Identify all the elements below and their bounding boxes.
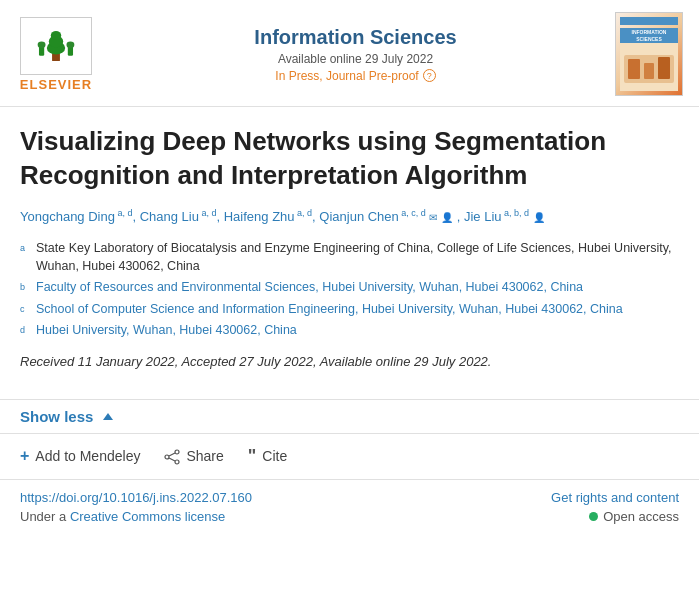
footer-row-1: https://doi.org/10.1016/j.ins.2022.07.16… [20, 490, 679, 505]
quote-icon: " [248, 446, 257, 467]
elsevier-brand-text: ELSEVIER [20, 77, 92, 92]
aff-letter-c: c [20, 301, 30, 319]
received-dates: Received 11 January 2022, Accepted 27 Ju… [20, 354, 679, 369]
footer-bar: https://doi.org/10.1016/j.ins.2022.07.16… [0, 479, 699, 534]
aff-c-link[interactable]: School of Computer Science and Informati… [36, 302, 623, 316]
logo-box [20, 17, 92, 75]
authors-line: Yongchang Ding a, d, Chang Liu a, d, Hai… [20, 207, 679, 227]
share-icon [164, 447, 180, 465]
add-to-mendeley-label: Add to Mendeley [35, 448, 140, 464]
author-5-profile-icon[interactable]: 👤 [533, 212, 545, 223]
aff-text-c: School of Computer Science and Informati… [36, 301, 623, 319]
journal-cover: INFORMATIONSCIENCES [615, 12, 683, 96]
share-label: Share [186, 448, 223, 464]
green-dot-icon [589, 512, 598, 521]
email-icon: ✉ [429, 212, 437, 223]
add-to-mendeley-button[interactable]: + Add to Mendeley [20, 447, 140, 465]
aff-letter-a: a [20, 240, 30, 275]
elsevier-logo: ELSEVIER [16, 17, 96, 92]
affiliation-b: b Faculty of Resources and Environmental… [20, 279, 679, 297]
footer-row-2: Under a Creative Commons license Open ac… [20, 509, 679, 524]
svg-point-14 [165, 455, 169, 459]
svg-line-15 [169, 453, 175, 456]
svg-point-12 [175, 450, 179, 454]
cover-graphic-icon [622, 45, 676, 89]
show-less-section: Show less [0, 399, 699, 434]
author-4-profile-icon[interactable]: 👤 [441, 212, 453, 223]
author-5: Jie Liu [464, 209, 502, 224]
aff-letter-d: d [20, 322, 30, 340]
aff-text-a: State Key Laboratory of Biocatalysis and… [36, 240, 679, 275]
in-press-link[interactable]: In Press, Journal Pre-proof ? [275, 69, 435, 83]
share-button[interactable]: Share [164, 447, 223, 465]
svg-point-3 [51, 30, 61, 39]
cite-button[interactable]: " Cite [248, 446, 287, 467]
in-press-label: In Press, Journal Pre-proof [275, 69, 418, 83]
journal-info: Information Sciences Available online 29… [116, 26, 595, 83]
affiliation-a: a State Key Laboratory of Biocatalysis a… [20, 240, 679, 275]
affiliations: a State Key Laboratory of Biocatalysis a… [20, 240, 679, 340]
aff-text-b: Faculty of Resources and Environmental S… [36, 279, 583, 297]
license-prefix: Under a [20, 509, 70, 524]
svg-line-16 [169, 458, 175, 461]
creative-commons-notice: Under a Creative Commons license [20, 509, 225, 524]
show-less-button[interactable]: Show less [20, 408, 113, 425]
svg-point-13 [175, 460, 179, 464]
author-4-sup: a, c, d [399, 208, 426, 218]
open-access-badge: Open access [589, 509, 679, 524]
chevron-up-icon [103, 413, 113, 420]
author-4: Qianjun Chen [319, 209, 399, 224]
author-2-sup: a, d [199, 208, 217, 218]
cite-label: Cite [262, 448, 287, 464]
author-1-sup: a, d [115, 208, 133, 218]
svg-point-6 [38, 41, 46, 48]
plus-icon: + [20, 447, 29, 465]
cover-body [620, 43, 678, 91]
author-1: Yongchang Ding [20, 209, 115, 224]
elsevier-tree-icon [32, 27, 80, 65]
author-2: Chang Liu [140, 209, 199, 224]
svg-rect-10 [644, 63, 654, 79]
author-5-sup: a, b, d [502, 208, 530, 218]
cover-top-bar [620, 17, 678, 25]
aff-d-link[interactable]: Hubei University, Wuhan, Hubei 430062, C… [36, 323, 297, 337]
article-title: Visualizing Deep Networks using Segmenta… [20, 125, 679, 193]
main-content: Visualizing Deep Networks using Segmenta… [0, 107, 699, 399]
get-rights-link[interactable]: Get rights and content [551, 490, 679, 505]
doi-link[interactable]: https://doi.org/10.1016/j.ins.2022.07.16… [20, 490, 252, 505]
info-icon: ? [423, 69, 436, 82]
author-3: Haifeng Zhu [224, 209, 295, 224]
affiliation-d: d Hubei University, Wuhan, Hubei 430062,… [20, 322, 679, 340]
journal-title: Information Sciences [254, 26, 456, 49]
aff-letter-b: b [20, 279, 30, 297]
svg-rect-9 [628, 59, 640, 79]
open-access-label: Open access [603, 509, 679, 524]
creative-commons-link[interactable]: Creative Commons license [70, 509, 225, 524]
svg-rect-11 [658, 57, 670, 79]
cover-title-text: INFORMATIONSCIENCES [620, 28, 678, 43]
author-3-sup: a, d [295, 208, 313, 218]
action-bar: + Add to Mendeley Share " Cite [0, 434, 699, 479]
available-online-date: Available online 29 July 2022 [278, 52, 433, 66]
top-bar: ELSEVIER Information Sciences Available … [0, 0, 699, 107]
aff-b-link[interactable]: Faculty of Resources and Environmental S… [36, 280, 583, 294]
affiliation-c: c School of Computer Science and Informa… [20, 301, 679, 319]
svg-point-7 [66, 41, 74, 48]
show-less-label: Show less [20, 408, 93, 425]
aff-text-d: Hubei University, Wuhan, Hubei 430062, C… [36, 322, 297, 340]
